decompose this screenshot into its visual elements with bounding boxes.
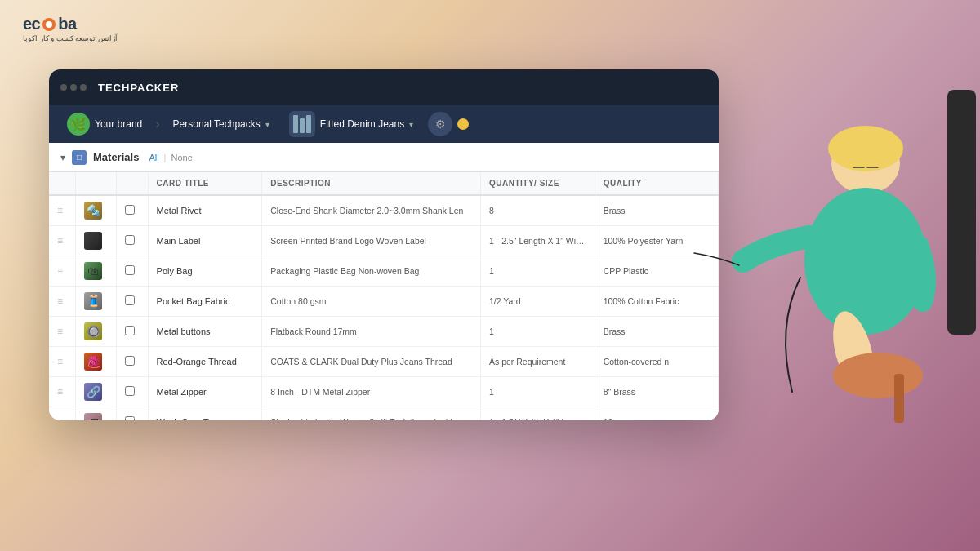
row-quality-cell: 100% Cotton Fabric <box>595 287 718 317</box>
row-description-cell: 8 Inch - DTM Metal Zipper <box>262 377 481 407</box>
drag-handle[interactable]: ≡ <box>49 347 76 377</box>
app-window: TECHPACKER 🌿 Your brand › Personal Techp… <box>49 69 719 420</box>
row-checkbox-cell[interactable] <box>117 287 148 317</box>
svg-point-7 <box>833 353 923 398</box>
row-image-cell: 🧶 <box>76 347 117 377</box>
table-row: ≡ 🏷 Main Label Screen Printed Brand Logo… <box>49 226 719 256</box>
row-checkbox[interactable] <box>125 326 135 335</box>
row-thumbnail: 🧵 <box>84 292 102 310</box>
row-checkbox-cell[interactable] <box>117 407 148 421</box>
materials-separator: | <box>164 153 167 162</box>
drag-handle[interactable]: ≡ <box>49 287 76 317</box>
row-checkbox[interactable] <box>125 205 135 215</box>
table-row: ≡ 🔗 Metal Zipper 8 Inch - DTM Metal Zipp… <box>49 377 719 407</box>
row-checkbox[interactable] <box>125 386 135 396</box>
your-brand-button[interactable]: 🌿 Your brand <box>57 108 152 140</box>
row-checkbox[interactable] <box>125 295 135 305</box>
row-quality-cell: CPP Plastic <box>595 256 718 287</box>
table-row: ≡ 🔩 Metal Rivet Close-End Shank Diameter… <box>49 195 719 226</box>
row-checkbox[interactable] <box>125 416 135 420</box>
svg-point-5 <box>804 188 927 335</box>
row-image-cell: 🏷 <box>76 407 117 421</box>
materials-links: All | None <box>149 153 192 162</box>
jeans-icon <box>289 111 315 137</box>
brand-icon: 🌿 <box>67 113 90 136</box>
svg-rect-4 <box>859 189 874 206</box>
svg-point-1 <box>828 126 903 171</box>
drag-handle[interactable]: ≡ <box>49 317 76 347</box>
materials-icon: □ <box>72 150 87 165</box>
fitted-denim-jeans-button[interactable]: Fitted Denim Jeans ▾ <box>279 106 423 142</box>
drag-handle[interactable]: ≡ <box>49 226 76 256</box>
row-quality-cell: 100% Polyester Yarn <box>595 226 718 256</box>
nav-bar: TECHPACKER <box>49 69 719 105</box>
row-quantity-cell: 1 <box>480 317 595 347</box>
drag-handle[interactable]: ≡ <box>49 256 76 287</box>
row-checkbox-cell[interactable] <box>117 256 148 287</box>
row-thumbnail: 🏷 <box>84 413 102 420</box>
row-description-cell: Close-End Shank Diameter 2.0~3.0mm Shank… <box>262 195 481 226</box>
row-image-cell: 🧵 <box>76 287 117 317</box>
row-quantity-cell: 1 - 1.5" Width X 4" Length <box>480 407 595 421</box>
col-header-check <box>117 172 148 195</box>
row-checkbox-cell[interactable] <box>117 347 148 377</box>
row-checkbox[interactable] <box>125 265 135 275</box>
row-title-cell: Red-Orange Thread <box>148 347 262 377</box>
row-quantity-cell: 1 <box>480 256 595 287</box>
row-description-cell: COATS & CLARK Dual Duty Plus Jeans Threa… <box>262 347 481 377</box>
status-indicator <box>457 118 469 130</box>
row-quantity-cell: 1 <box>480 377 595 407</box>
collapse-icon[interactable]: ▾ <box>60 152 65 163</box>
row-thumbnail: 🔗 <box>84 383 102 401</box>
materials-link-none[interactable]: None <box>171 153 192 162</box>
row-thumbnail: 🔘 <box>84 322 102 340</box>
svg-point-0 <box>831 132 900 194</box>
row-description-cell: Single sided satin Weave Swift Tack thro… <box>262 407 481 421</box>
materials-header: ▾ □ Materials All | None <box>49 143 719 172</box>
row-title-cell: Metal buttons <box>148 317 262 347</box>
row-thumbnail: 🧶 <box>84 353 102 371</box>
row-checkbox-cell[interactable] <box>117 377 148 407</box>
row-quality-cell: 8" Brass <box>595 377 718 407</box>
nav-dot-1 <box>60 84 67 91</box>
drag-handle[interactable]: ≡ <box>49 195 76 226</box>
row-checkbox[interactable] <box>125 235 135 245</box>
col-header-drag <box>49 172 76 195</box>
app-brand: TECHPACKER <box>98 82 179 94</box>
row-image-cell: 🛍 <box>76 256 117 287</box>
table-container: Card Title DESCRIPTION QUANTITY/ SIZE QU… <box>49 172 719 420</box>
row-checkbox[interactable] <box>125 356 135 366</box>
drag-handle[interactable]: ≡ <box>49 407 76 421</box>
row-title-cell: Wash Care Tag <box>148 407 262 421</box>
personal-techpacks-button[interactable]: Personal Techpacks ▾ <box>163 113 279 135</box>
row-checkbox-cell[interactable] <box>117 226 148 256</box>
logo-text-ec: ec <box>23 15 40 33</box>
row-quality-cell: Brass <box>595 195 718 226</box>
ecoba-logo: ec ba آژانس توسعه کسب و کار اکوبا <box>23 15 118 42</box>
row-image-cell: 🏷 <box>76 226 117 256</box>
row-checkbox-cell[interactable] <box>117 195 148 226</box>
row-thumbnail: 🔩 <box>84 202 102 220</box>
svg-point-6 <box>826 307 881 395</box>
svg-rect-9 <box>947 90 976 335</box>
drag-handle[interactable]: ≡ <box>49 377 76 407</box>
row-description-cell: Packaging Plastic Bag Non-woven Bag <box>262 256 481 287</box>
logo-circle <box>42 18 56 31</box>
table-row: ≡ 🔘 Metal buttons Flatback Round 17mm 1 … <box>49 317 719 347</box>
personal-techpacks-label: Personal Techpacks <box>173 118 261 130</box>
row-image-cell: 🔘 <box>76 317 117 347</box>
settings-icon-button[interactable]: ⚙ <box>428 112 452 136</box>
row-checkbox-cell[interactable] <box>117 317 148 347</box>
table-row: ≡ 🧶 Red-Orange Thread COATS & CLARK Dual… <box>49 347 719 377</box>
nav-dot-2 <box>70 84 77 91</box>
row-title-cell: Pocket Bag Fabric <box>148 287 262 317</box>
row-description-cell: Cotton 80 gsm <box>262 287 481 317</box>
nav-dots <box>60 84 87 91</box>
materials-link-all[interactable]: All <box>149 153 158 162</box>
row-image-cell: 🔩 <box>76 195 117 226</box>
nav-dot-3 <box>80 84 87 91</box>
table-row: ≡ 🛍 Poly Bag Packaging Plastic Bag Non-w… <box>49 256 719 287</box>
row-quantity-cell: 8 <box>480 195 595 226</box>
logo-tagline: آژانس توسعه کسب و کار اکوبا <box>23 34 118 42</box>
your-brand-label: Your brand <box>95 118 142 130</box>
